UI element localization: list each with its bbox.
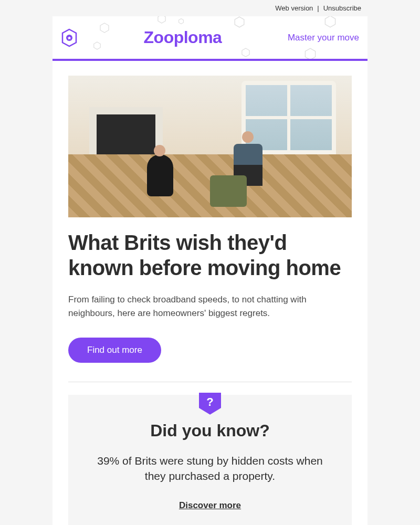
tagline: Master your move xyxy=(288,33,359,43)
divider xyxy=(68,382,352,382)
logo-badge-icon xyxy=(61,28,78,47)
unsubscribe-link[interactable]: Unsubscribe xyxy=(323,4,361,12)
decorative-hex-icon xyxy=(234,16,245,28)
header: Zooploma Master your move xyxy=(52,16,368,61)
decorative-hex-icon xyxy=(100,23,109,33)
separator: | xyxy=(317,4,319,12)
main-content: What Brits wish they'd known before movi… xyxy=(52,61,368,525)
decorative-hex-icon xyxy=(304,48,316,60)
decorative-hex-icon xyxy=(242,48,250,57)
question-badge-icon: ? xyxy=(199,393,221,415)
top-bar: Web version | Unsubscribe xyxy=(52,0,368,16)
hero-image xyxy=(68,76,352,217)
discover-more-link[interactable]: Discover more xyxy=(179,500,241,510)
fact-title: Did you know? xyxy=(89,421,331,440)
hero-floor-sander xyxy=(210,175,247,207)
web-version-link[interactable]: Web version xyxy=(275,4,313,12)
decorative-hex-icon xyxy=(158,16,166,24)
article-headline: What Brits wish they'd known before movi… xyxy=(68,230,352,280)
decorative-hex-icon xyxy=(93,41,101,50)
brand-name: Zooploma xyxy=(144,28,222,47)
fact-box: ? Did you know? 39% of Brits were stung … xyxy=(68,395,352,525)
email-container: Web version | Unsubscribe xyxy=(52,0,368,525)
decorative-hex-icon xyxy=(178,18,184,24)
fact-text: 39% of Brits were stung by hidden costs … xyxy=(89,453,331,484)
decorative-hex-icon xyxy=(324,16,336,28)
question-mark-icon: ? xyxy=(206,395,213,409)
hero-person-kneeling xyxy=(147,154,173,196)
find-out-more-button[interactable]: Find out more xyxy=(68,338,161,363)
article-body: From failing to check broadband speeds, … xyxy=(68,293,352,321)
